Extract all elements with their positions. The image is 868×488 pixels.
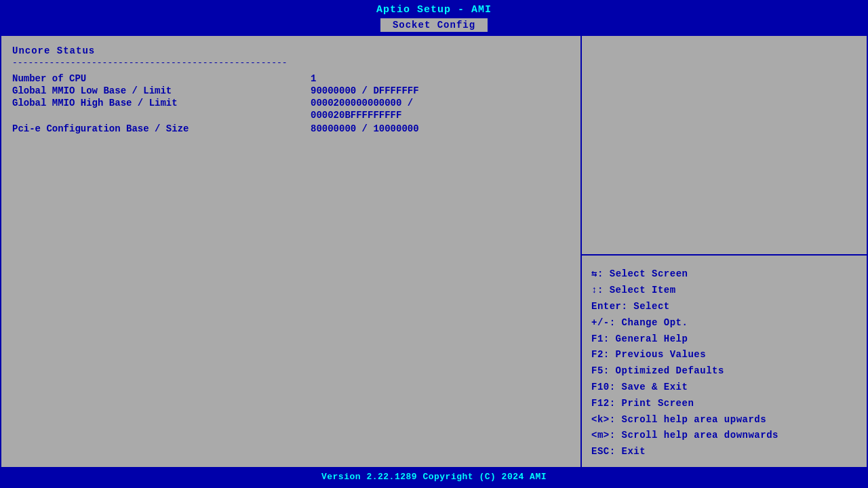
key-line-f1: F1: General Help <box>591 331 857 348</box>
key-line-k: <k>: Scroll help area upwards <box>591 412 857 428</box>
tab-bar: Socket Config <box>0 18 868 35</box>
app-header: Aptio Setup - AMI <box>0 0 868 18</box>
help-area <box>582 43 867 254</box>
mmio-low-label: Global MMIO Low Base / Limit <box>12 85 311 96</box>
mmio-high-value-line1: 0000200000000000 / <box>311 98 413 108</box>
key-line-f10: F10: Save & Exit <box>591 380 857 396</box>
section-title: Uncore Status <box>12 45 570 56</box>
key-line-m: <m>: Scroll help area downwards <box>591 428 857 444</box>
table-row-continued: 000020BFFFFFFFFF <box>12 110 570 121</box>
footer-text: Version 2.22.1289 Copyright (C) 2024 AMI <box>0 472 868 482</box>
key-line-change-opt: +/-: Change Opt. <box>591 315 857 331</box>
left-panel: Uncore Status --------------------------… <box>1 36 582 467</box>
table-row: Pci-e Configuration Base / Size 80000000… <box>12 123 570 134</box>
key-line-f5: F5: Optimized Defaults <box>591 363 857 380</box>
key-line-f12: F12: Print Screen <box>591 396 857 412</box>
cpu-value: 1 <box>311 73 316 84</box>
app-title: Aptio Setup - AMI <box>0 4 868 16</box>
key-line-f2: F2: Previous Values <box>591 347 857 363</box>
table-row: Global MMIO Low Base / Limit 90000000 / … <box>12 85 570 96</box>
mmio-high-label: Global MMIO High Base / Limit <box>12 98 311 108</box>
main-container: Uncore Status --------------------------… <box>0 35 868 468</box>
separator: ----------------------------------------… <box>12 58 570 68</box>
key-line-select-screen: ⇆: Select Screen <box>591 266 857 283</box>
app-footer: Version 2.22.1289 Copyright (C) 2024 AMI <box>0 468 868 487</box>
cpu-label: Number of CPU <box>12 73 311 84</box>
mmio-high-value-line2: 000020BFFFFFFFFF <box>311 110 401 121</box>
key-line-select-item: ↕: Select Item <box>591 283 857 299</box>
key-line-enter: Enter: Select <box>591 299 857 315</box>
divider <box>582 254 867 256</box>
table-row: Number of CPU 1 <box>12 73 570 84</box>
mmio-low-value: 90000000 / DFFFFFFF <box>311 85 419 96</box>
table-row: Global MMIO High Base / Limit 0000200000… <box>12 98 570 108</box>
right-panel: ⇆: Select Screen ↕: Select Item Enter: S… <box>582 36 867 467</box>
pcie-label: Pci-e Configuration Base / Size <box>12 123 311 134</box>
mmio-high-label-blank <box>12 110 311 121</box>
key-help: ⇆: Select Screen ↕: Select Item Enter: S… <box>582 261 867 467</box>
active-tab[interactable]: Socket Config <box>380 18 488 32</box>
key-line-esc: ESC: Exit <box>591 444 857 460</box>
pcie-value: 80000000 / 10000000 <box>311 123 419 134</box>
